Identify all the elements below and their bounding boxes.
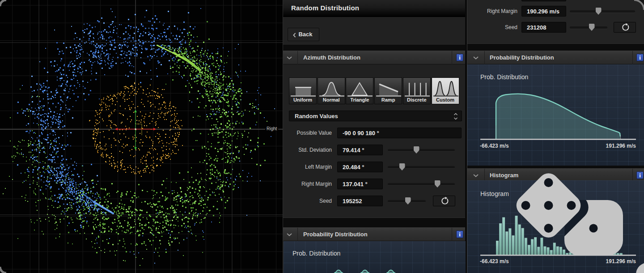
svg-text:Right: Right xyxy=(267,126,277,131)
